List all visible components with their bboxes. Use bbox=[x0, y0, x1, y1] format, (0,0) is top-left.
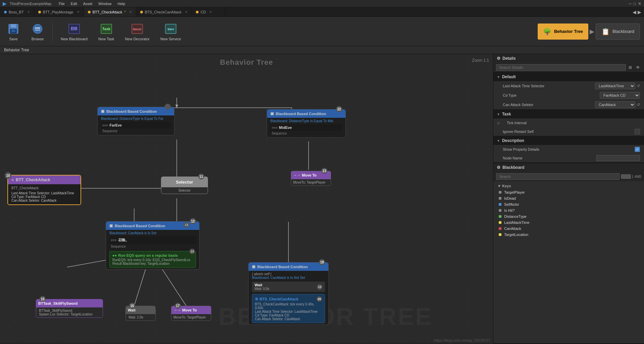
new-decorator-button[interactable]: Decor New Decorator bbox=[122, 21, 152, 42]
tab-close-icon[interactable]: ✕ bbox=[209, 10, 212, 14]
checkmark-icon: ✓ bbox=[636, 148, 639, 151]
menu-edit[interactable]: Edit bbox=[68, 1, 80, 6]
save-button[interactable]: Save bbox=[4, 21, 23, 42]
node-move-to-2[interactable]: 17 →→ Move To MoveTo: TargetPlayer bbox=[171, 306, 211, 321]
save-icon bbox=[7, 22, 20, 36]
show-property-row: Show Property Details ✓ bbox=[493, 145, 644, 154]
key-distance-type[interactable]: DistanceType bbox=[493, 213, 644, 219]
right-panel: ⚙ Details ⊞ 👁 ▼ Default Last Attack Time… bbox=[493, 54, 644, 344]
key-dot-is-hit bbox=[499, 209, 501, 212]
svg-text:Task: Task bbox=[102, 27, 111, 31]
maximize-icon[interactable]: □ bbox=[634, 1, 636, 6]
node-skill-fly-sword[interactable]: 15 BTTask_SkillFlySword BTTask_SkillFlyS… bbox=[36, 299, 103, 318]
svg-point-4 bbox=[33, 24, 42, 34]
tab-icon bbox=[4, 11, 7, 13]
node-badge-mid: 22 bbox=[336, 106, 342, 112]
last-attack-time-dropdown[interactable]: LastAttackTime bbox=[595, 83, 635, 89]
bt-tab-label: Behavior Tree bbox=[4, 48, 29, 52]
blackboard-panel: ⚙ Blackboard 1.4MB ▼ Keys TargetPlayer bbox=[493, 163, 644, 344]
tab-play-montage[interactable]: BTT_PlayMontage ✕ bbox=[34, 7, 84, 16]
details-grid-icon[interactable]: ⊞ bbox=[627, 64, 633, 70]
browse-button[interactable]: Browse bbox=[28, 21, 47, 42]
key-last-attack-time[interactable]: LastAttackTime bbox=[493, 219, 644, 226]
show-property-checkbox[interactable]: ✓ bbox=[635, 147, 640, 152]
new-service-button[interactable]: Serv New Service bbox=[158, 21, 184, 42]
key-is-dead[interactable]: IsDead bbox=[493, 195, 644, 201]
node-name-label: Node Name bbox=[497, 156, 596, 160]
blackboard-nav-button[interactable]: 📋 Blackboard bbox=[596, 23, 640, 40]
tab-arrow-left-icon[interactable]: ◀ bbox=[633, 9, 636, 15]
tab-check-can-attack[interactable]: BTS_CheckCanAttack ✕ bbox=[136, 7, 192, 16]
details-search-input[interactable] bbox=[496, 64, 626, 71]
can-attack-dropdown[interactable]: CanAttack bbox=[595, 101, 635, 108]
tab-close-icon[interactable]: ✕ bbox=[77, 10, 79, 14]
node-selector[interactable]: 11 Selector Selector bbox=[161, 177, 208, 194]
breadcrumb-arrow-icon: ▶ bbox=[590, 28, 594, 35]
node-btt-check-attack[interactable]: 10 ≡ BTT_CheckAttack BTT_CheckAttack: La… bbox=[7, 175, 81, 205]
description-section-header[interactable]: ▼ Description bbox=[493, 136, 644, 145]
node-badge-wait2: 16 bbox=[129, 303, 135, 309]
key-self-actor[interactable]: SelfActor bbox=[493, 201, 644, 207]
tab-arrow-right-icon[interactable]: ▶ bbox=[638, 9, 641, 15]
node-blackboard-mid[interactable]: 22 ▣ Blackboard Based Condition Blackboa… bbox=[267, 109, 346, 138]
node-body-skill: BTTask_SkillFlySword: Spawn Loc Selector… bbox=[36, 307, 103, 317]
cd-type-dropdown[interactable]: FarAttack CD bbox=[600, 92, 640, 99]
details-panel-header[interactable]: ⚙ Details bbox=[493, 54, 644, 63]
node-blackboard-canattack[interactable]: 12 13 ▣ Blackboard Based Condition Black… bbox=[106, 221, 200, 269]
ignore-restart-checkbox[interactable] bbox=[635, 129, 640, 134]
tab-label: Boss_BT bbox=[9, 10, 24, 14]
node-name-input[interactable] bbox=[596, 155, 640, 161]
default-section-header[interactable]: ▼ Default bbox=[493, 72, 644, 81]
blackboard-nav-label: Blackboard bbox=[612, 29, 634, 34]
toolbar: Save Browse BB New Blackboard Task New T… bbox=[0, 17, 644, 46]
svg-rect-3 bbox=[11, 30, 15, 32]
tab-check-attack[interactable]: BTT_CheckAttack * ✕ bbox=[84, 7, 136, 16]
behavior-tree-nav-button[interactable]: 🌳 Behavior Tree bbox=[538, 23, 588, 40]
ignore-restart-label: Ignore Restart Self bbox=[497, 130, 635, 134]
key-dot-self-actor bbox=[499, 203, 501, 206]
key-is-hit[interactable]: Is Hit? bbox=[493, 207, 644, 213]
node-wait-2[interactable]: 16 Wait Wait: 2.0s bbox=[125, 306, 156, 321]
menu-file[interactable]: File bbox=[56, 1, 67, 6]
description-section-content: Show Property Details ✓ Node Name bbox=[493, 145, 644, 162]
tab-modified-indicator: * bbox=[124, 10, 125, 14]
last-attack-time-reset-icon[interactable]: ↺ bbox=[637, 84, 640, 88]
node-body-moveto: MoveTo: TargetPlayer bbox=[291, 179, 331, 186]
key-can-attack[interactable]: CanAttack bbox=[493, 226, 644, 232]
behavior-tree-tab[interactable]: Behavior Tree bbox=[0, 46, 644, 54]
tab-cd[interactable]: CD ✕ bbox=[192, 7, 225, 16]
can-attack-reset-icon[interactable]: ↺ bbox=[637, 102, 640, 107]
node-body-btt: BTT_CheckAttack: Last Attack Time Select… bbox=[8, 184, 80, 204]
canvas-area[interactable]: Behavior Tree Zoom 1:1 BEHAVIOR TREE htt… bbox=[0, 54, 493, 344]
node-badge-skill: 15 bbox=[40, 296, 46, 302]
blackboard-icon: ⚙ bbox=[497, 165, 500, 170]
menu-window[interactable]: Window bbox=[96, 1, 114, 6]
tab-boss-bt[interactable]: Boss_BT ✕ bbox=[0, 7, 34, 16]
key-target-player[interactable]: TargetPlayer bbox=[493, 189, 644, 195]
toolbar-divider bbox=[52, 21, 53, 42]
task-section-header[interactable]: ▼ Task bbox=[493, 110, 644, 118]
tab-close-icon[interactable]: ✕ bbox=[185, 10, 187, 14]
new-task-button[interactable]: Task New Task bbox=[96, 21, 117, 42]
menu-asset[interactable]: Asset bbox=[80, 1, 95, 6]
bb-search-input[interactable] bbox=[496, 173, 620, 180]
minimize-icon[interactable]: ─ bbox=[629, 1, 632, 6]
key-target-location[interactable]: TargetLocation bbox=[493, 232, 644, 238]
run-eqs-badge: 14 bbox=[190, 249, 195, 254]
details-eye-icon[interactable]: 👁 bbox=[635, 64, 641, 70]
node-move-to[interactable]: 23 →→ Move To MoveTo: TargetPlayer bbox=[291, 171, 331, 186]
close-icon[interactable]: ✕ bbox=[638, 1, 641, 6]
blackboard-panel-header[interactable]: ⚙ Blackboard bbox=[493, 163, 644, 172]
tab-close-icon[interactable]: ✕ bbox=[129, 10, 132, 14]
tab-close-icon[interactable]: ✕ bbox=[27, 10, 30, 14]
node-blackboard-notset[interactable]: 19 ▣ Blackboard Based Condition ( aborts… bbox=[248, 262, 329, 325]
key-dot-distance-type bbox=[499, 215, 501, 218]
tabs-bar: Boss_BT ✕ BTT_PlayMontage ✕ BTT_CheckAtt… bbox=[0, 7, 644, 17]
description-section: ▼ Description Show Property Details ✓ No… bbox=[493, 136, 644, 163]
new-blackboard-button[interactable]: BB New Blackboard bbox=[58, 21, 90, 42]
menu-help[interactable]: Help bbox=[115, 1, 128, 6]
svg-text:BB: BB bbox=[71, 26, 77, 31]
node-blackboard-far[interactable]: ▣ Blackboard Based Condition Blackboard:… bbox=[97, 107, 174, 135]
node-badge-moveto: 23 bbox=[321, 168, 327, 174]
tab-icon bbox=[140, 11, 143, 13]
